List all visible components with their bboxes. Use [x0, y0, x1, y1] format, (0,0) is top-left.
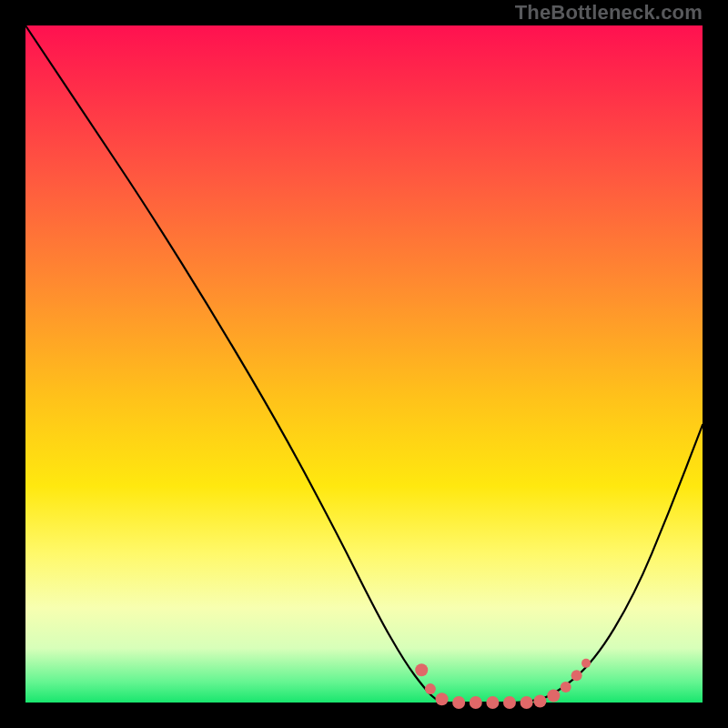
curve-marker-dot	[486, 696, 499, 709]
curve-marker-dot	[521, 696, 533, 709]
attribution-text: TheBottleneck.com	[515, 1, 703, 25]
curve-marker-dot	[425, 683, 436, 694]
curve-marker-dot	[581, 659, 591, 668]
curve-marker-dot	[571, 670, 582, 681]
curve-markers	[415, 659, 591, 709]
curve-marker-dot	[470, 696, 482, 709]
chart-frame: TheBottleneck.com	[0, 0, 728, 728]
bottleneck-curve	[25, 25, 703, 703]
curve-marker-dot	[561, 682, 571, 693]
curve-marker-dot	[503, 696, 516, 709]
curve-marker-dot	[452, 696, 465, 709]
curve-marker-dot	[547, 690, 560, 703]
curve-marker-dot	[415, 663, 428, 676]
curve-marker-dot	[436, 693, 449, 705]
plot-area	[25, 25, 703, 703]
curve-marker-dot	[533, 695, 546, 708]
chart-svg	[25, 25, 703, 703]
